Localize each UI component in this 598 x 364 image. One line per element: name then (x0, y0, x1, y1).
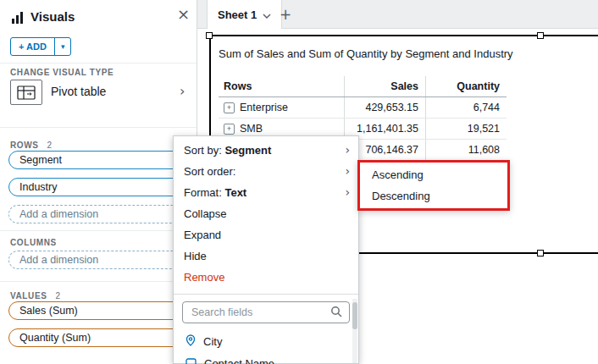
field-label: Contact Name (204, 357, 274, 364)
add-button-label[interactable]: + ADD (11, 38, 54, 55)
panel-title: Visuals (30, 9, 75, 24)
field-pill-industry[interactable]: Industry (8, 178, 187, 196)
rows-add-dimension[interactable]: Add a dimension (8, 205, 187, 223)
resize-handle-top-left[interactable] (206, 32, 213, 39)
header-quantity: Quantity (425, 76, 507, 97)
location-pin-icon (185, 334, 196, 349)
search-fields-input[interactable] (190, 306, 330, 319)
expand-icon[interactable]: + (224, 124, 235, 135)
close-icon[interactable]: × (177, 7, 190, 22)
field-list-item-city[interactable]: City (174, 330, 358, 352)
field-list-item-contact-name[interactable]: Contact Name (174, 352, 358, 364)
submenu-item-ascending[interactable]: Ascending (360, 164, 507, 185)
rows-section-label: ROWS2 (10, 138, 53, 151)
menu-scrollbar-thumb[interactable] (352, 302, 357, 329)
resize-handle-top-center[interactable] (537, 32, 544, 39)
search-icon (330, 306, 342, 320)
divider (0, 230, 197, 231)
sales-value: 429,653.15 (344, 97, 425, 118)
caret-down-icon[interactable]: ▾ (54, 38, 71, 55)
quantity-value: 19,521 (425, 119, 507, 139)
row-label: SMB (240, 123, 263, 135)
change-visual-type-label: CHANGE VISUAL TYPE (10, 68, 114, 77)
field-pill-segment[interactable]: Segment (8, 151, 187, 169)
values-count: 2 (55, 291, 60, 301)
columns-section-label: COLUMNS (10, 238, 57, 247)
sort-order-submenu annotation-red-box: Ascending Descending (357, 160, 510, 211)
expand-icon[interactable]: + (224, 102, 235, 113)
submenu-item-descending[interactable]: Descending (360, 185, 507, 207)
field-label: City (203, 335, 222, 348)
field-pill-quantity-sum[interactable]: Quantity (Sum) (8, 328, 187, 347)
header-sales: Sales (344, 76, 425, 97)
tab-sheet-1[interactable]: Sheet 1 (207, 0, 282, 29)
chevron-down-icon[interactable] (263, 8, 271, 21)
columns-add-dimension[interactable]: Add a dimension (8, 251, 187, 269)
search-fields-box[interactable] (182, 301, 350, 323)
submenu-arrow-icon: › (345, 161, 350, 182)
quantity-value: 11,608 (425, 140, 507, 160)
values-section-label: VALUES2 (10, 289, 61, 301)
submenu-arrow-icon: › (345, 182, 350, 203)
divider (0, 127, 197, 128)
text-field-icon (185, 357, 197, 364)
menu-divider (174, 294, 358, 295)
divider (0, 63, 197, 63)
field-pill-sales-sum[interactable]: Sales (Sum) (8, 301, 187, 320)
row-label: Enterprise (240, 102, 288, 113)
tab-sheet-1-label: Sheet 1 (218, 8, 257, 21)
visual-type-label[interactable]: Pivot table (51, 85, 106, 98)
menu-item-sort-order[interactable]: Sort order: › (174, 161, 358, 182)
rows-count: 2 (47, 141, 53, 150)
visual-title: Sum of Sales and Sum of Quantity by Segm… (219, 47, 513, 60)
pivot-table-icon[interactable] (10, 80, 42, 105)
add-sheet-button[interactable]: + (280, 6, 291, 23)
submenu-arrow-icon: › (345, 140, 350, 161)
add-button[interactable]: + ADD ▾ (10, 37, 71, 56)
bar-chart-icon (11, 11, 25, 27)
divider (0, 281, 197, 282)
context-menu: Sort by: Segment › Sort order: › Format:… (173, 135, 359, 364)
menu-item-expand[interactable]: Expand (174, 224, 358, 245)
menu-item-sort-by[interactable]: Sort by: Segment › (174, 140, 358, 161)
quantity-value: 6,744 (425, 97, 507, 118)
chevron-right-icon[interactable]: › (180, 85, 185, 98)
menu-item-remove[interactable]: Remove (174, 267, 358, 288)
table-row: + Enterprise 429,653.15 6,744 (219, 97, 507, 119)
menu-item-format[interactable]: Format: Text › (174, 182, 358, 203)
visuals-panel: Visuals × + ADD ▾ CHANGE VISUAL TYPE Piv… (0, 0, 197, 364)
menu-item-hide[interactable]: Hide (174, 245, 358, 267)
resize-handle-bottom-center[interactable] (537, 250, 544, 256)
menu-item-collapse[interactable]: Collapse (174, 203, 358, 224)
header-rows: Rows (219, 76, 344, 97)
table-header-row: Rows Sales Quantity (219, 76, 507, 97)
